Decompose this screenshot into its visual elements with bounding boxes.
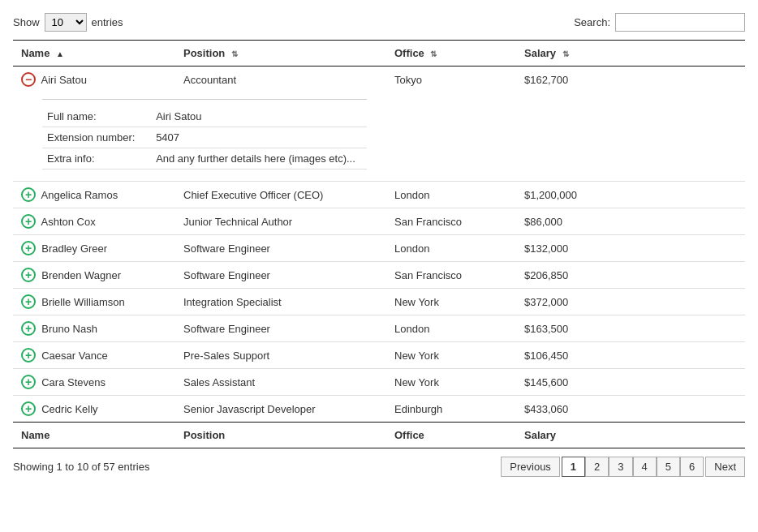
cell-salary: $86,000 — [516, 208, 745, 235]
expand-btn[interactable]: + — [21, 214, 36, 229]
show-label: Show — [13, 16, 40, 28]
expand-btn[interactable]: + — [21, 241, 36, 255]
footer-col-salary: Salary — [516, 423, 745, 448]
showing-text: Showing 1 to 10 of 57 entries — [13, 461, 149, 473]
detail-fullname-row: Full name: Airi Satou — [42, 106, 367, 127]
sort-icon-salary: ⇅ — [562, 49, 569, 58]
cell-position: Pre-Sales Support — [175, 342, 386, 369]
expand-btn[interactable]: + — [21, 268, 36, 282]
expand-btn[interactable]: + — [21, 375, 36, 389]
cell-position: Software Engineer — [175, 315, 386, 342]
col-header-office[interactable]: Office ⇅ — [386, 41, 516, 66]
sort-icon-position: ⇅ — [231, 49, 238, 58]
sort-icon-office: ⇅ — [430, 49, 437, 58]
cell-name: + Cedric Kelly — [13, 396, 175, 423]
page-buttons: 123456 — [562, 457, 704, 477]
main-table: Name ▲ Position ⇅ Office ⇅ Salary ⇅ − Ai… — [13, 40, 745, 448]
expand-btn[interactable]: + — [21, 187, 36, 202]
table-row: + Cara Stevens Sales Assistant New York … — [13, 369, 745, 396]
col-header-name[interactable]: Name ▲ — [13, 41, 175, 66]
page-button-3[interactable]: 3 — [609, 457, 632, 477]
cell-salary: $132,000 — [516, 235, 745, 262]
table-body: − Airi Satou Accountant Tokyo $162,700 F… — [13, 66, 745, 423]
detail-extension-value: 5407 — [151, 127, 367, 148]
entries-select[interactable]: 102550100 — [45, 13, 87, 32]
detail-table: Full name: Airi Satou Extension number: … — [42, 99, 367, 169]
pagination: Previous 123456 Next — [501, 457, 745, 477]
table-row: + Caesar Vance Pre-Sales Support New Yor… — [13, 342, 745, 369]
detail-extension-label: Extension number: — [42, 127, 151, 148]
detail-extension-row: Extension number: 5407 — [42, 127, 367, 148]
table-row: + Brenden Wagner Software Engineer San F… — [13, 262, 745, 289]
cell-position: Chief Executive Officer (CEO) — [175, 182, 386, 208]
table-header-row: Name ▲ Position ⇅ Office ⇅ Salary ⇅ — [13, 41, 745, 66]
previous-button[interactable]: Previous — [501, 457, 560, 477]
page-button-4[interactable]: 4 — [633, 457, 657, 477]
cell-office: Tokyo — [386, 66, 516, 93]
table-row: + Bradley Greer Software Engineer London… — [13, 235, 745, 262]
sort-icon-name: ▲ — [56, 49, 64, 58]
detail-extra-row: Extra info: And any further details here… — [42, 148, 367, 169]
cell-name: + Brielle Williamson — [13, 289, 175, 315]
table-row: + Ashton Cox Junior Technical Author San… — [13, 208, 745, 235]
expand-btn[interactable]: − — [21, 72, 36, 87]
cell-name: + Bruno Nash — [13, 315, 175, 342]
cell-office: San Francisco — [386, 262, 516, 289]
cell-position: Senior Javascript Developer — [175, 396, 386, 423]
table-row: + Cedric Kelly Senior Javascript Develop… — [13, 396, 745, 423]
page-button-1[interactable]: 1 — [562, 457, 585, 477]
detail-extra-label: Extra info: — [42, 148, 151, 169]
show-entries: Show 102550100 entries — [13, 13, 123, 32]
cell-salary: $1,200,000 — [516, 182, 745, 208]
search-label: Search: — [574, 16, 610, 28]
top-controls: Show 102550100 entries Search: — [13, 13, 745, 32]
table-footer-row: Name Position Office Salary — [13, 423, 745, 448]
expand-btn[interactable]: + — [21, 294, 36, 309]
cell-salary: $433,060 — [516, 396, 745, 423]
entries-label: entries — [92, 16, 123, 28]
detail-fullname-value: Airi Satou — [151, 106, 367, 127]
cell-office: New York — [386, 342, 516, 369]
cell-position: Software Engineer — [175, 262, 386, 289]
search-input[interactable] — [615, 13, 745, 32]
page-button-2[interactable]: 2 — [585, 457, 609, 477]
search-box: Search: — [574, 13, 745, 32]
table-row: + Brielle Williamson Integration Special… — [13, 289, 745, 315]
table-row: − Airi Satou Accountant Tokyo $162,700 — [13, 66, 745, 93]
footer-col-office: Office — [386, 423, 516, 448]
page-button-5[interactable]: 5 — [657, 457, 680, 477]
table-row: + Bruno Nash Software Engineer London $1… — [13, 315, 745, 342]
bottom-controls: Showing 1 to 10 of 57 entries Previous 1… — [13, 457, 745, 477]
cell-office: New York — [386, 369, 516, 396]
cell-office: San Francisco — [386, 208, 516, 235]
cell-name: + Caesar Vance — [13, 342, 175, 369]
cell-position: Junior Technical Author — [175, 208, 386, 235]
cell-name: + Cara Stevens — [13, 369, 175, 396]
expand-btn[interactable]: + — [21, 401, 36, 416]
cell-position: Software Engineer — [175, 235, 386, 262]
cell-salary: $145,600 — [516, 369, 745, 396]
cell-name: − Airi Satou — [13, 66, 175, 93]
cell-salary: $106,450 — [516, 342, 745, 369]
cell-salary: $163,500 — [516, 315, 745, 342]
page-button-6[interactable]: 6 — [680, 457, 704, 477]
cell-salary: $206,850 — [516, 262, 745, 289]
col-header-position[interactable]: Position ⇅ — [175, 41, 386, 66]
cell-name: + Angelica Ramos — [13, 182, 175, 208]
detail-cell: Full name: Airi Satou Extension number: … — [13, 92, 745, 182]
cell-office: New York — [386, 289, 516, 315]
cell-name: + Ashton Cox — [13, 208, 175, 235]
expand-btn[interactable]: + — [21, 348, 36, 363]
cell-position: Accountant — [175, 66, 386, 93]
cell-office: London — [386, 235, 516, 262]
cell-office: Edinburgh — [386, 396, 516, 423]
detail-fullname-label: Full name: — [42, 106, 151, 127]
footer-col-name: Name — [13, 423, 175, 448]
detail-extra-value: And any further details here (images etc… — [151, 148, 367, 169]
detail-row: Full name: Airi Satou Extension number: … — [13, 92, 745, 182]
col-header-salary[interactable]: Salary ⇅ — [516, 41, 745, 66]
next-button[interactable]: Next — [705, 457, 745, 477]
cell-salary: $372,000 — [516, 289, 745, 315]
expand-btn[interactable]: + — [21, 321, 36, 336]
cell-office: London — [386, 182, 516, 208]
